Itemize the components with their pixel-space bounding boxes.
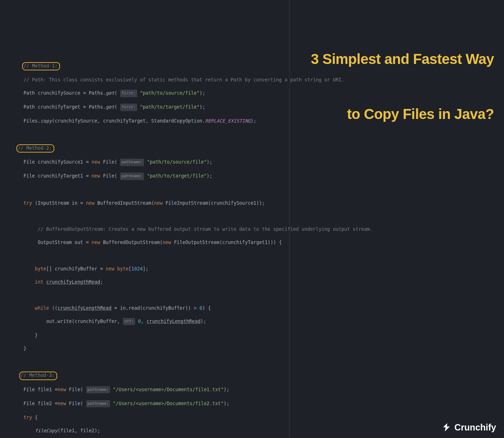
code-line[interactable]: try (InputStream in = new BufferedInputS…	[12, 200, 504, 206]
code-line[interactable]: OutputStream out = new BufferedOutputStr…	[12, 239, 504, 246]
comment-method1: // Method-1:	[24, 63, 58, 69]
code-line[interactable]: // Method-3:	[12, 372, 504, 380]
logo-text: Crunchify	[454, 424, 496, 430]
code-line[interactable]: File crunchifyTarget1 = new File( pathna…	[12, 173, 504, 180]
code-line[interactable]: out.write(crunchifyBuffer, off: 0, crunc…	[12, 318, 504, 325]
code-line[interactable]: try {	[12, 414, 504, 421]
comment-method3: // Method-3:	[21, 373, 55, 378]
param-hint-pathname: pathname:	[86, 400, 110, 407]
crunchify-logo: Crunchify	[441, 422, 496, 432]
param-hint-first: first:	[120, 90, 137, 97]
param-hint-first: first:	[120, 104, 137, 111]
code-line[interactable]: Path crunchifySource = Paths.get( first:…	[12, 90, 504, 97]
code-line[interactable]: File file1 =new File( pathname: "/Users/…	[12, 387, 504, 394]
code-line[interactable]: fileCopy(file1, file2);	[12, 428, 504, 434]
code-line[interactable]: // Method-1:	[12, 62, 504, 70]
code-line[interactable]: }	[12, 332, 504, 339]
param-hint-pathname: pathname:	[86, 386, 110, 393]
code-line[interactable]: Files.copy(crunchifySource, crunchifyTar…	[12, 118, 504, 124]
code-line[interactable]: File crunchifySource1 = new File( pathna…	[12, 159, 504, 166]
param-hint-pathname: pathname:	[120, 159, 144, 166]
code-line[interactable]: }	[12, 345, 504, 352]
crunchify-icon	[441, 422, 451, 432]
code-line[interactable]: Path crunchifyTarget = Paths.get( first:…	[12, 104, 504, 111]
code-line[interactable]: // Method-2:	[12, 144, 504, 153]
code-editor[interactable]: // Method-1: // Path: This class consist…	[0, 53, 504, 438]
comment-bufout: // BufferedOutputStream: Creates a new b…	[38, 227, 372, 232]
code-line[interactable]: byte[] crunchifyBuffer = new byte[1024];	[12, 266, 504, 272]
comment-path-desc: // Path: This class consists exclusively…	[24, 77, 344, 83]
code-line[interactable]: File file2 =new File( pathname: "/Users/…	[12, 400, 504, 408]
code-line[interactable]: // Path: This class consists exclusively…	[12, 77, 504, 83]
comment-method2: // Method-2:	[18, 145, 52, 151]
code-line[interactable]: // BufferedOutputStream: Creates a new b…	[12, 226, 504, 233]
code-line[interactable]: while ((crunchifyLengthRead = in.read(cr…	[12, 305, 504, 312]
code-line[interactable]: int crunchifyLengthRead;	[12, 279, 504, 285]
param-hint-pathname: pathname:	[120, 173, 144, 180]
param-hint-off: off:	[123, 318, 135, 325]
